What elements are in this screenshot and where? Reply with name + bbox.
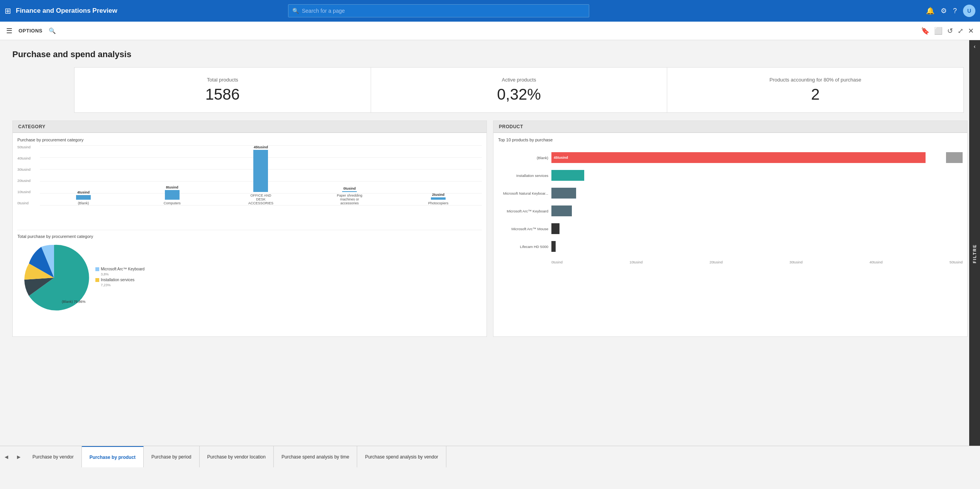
tab-purchase-by-vendor-location[interactable]: Purchase by vendor location <box>200 446 274 467</box>
avatar[interactable]: U <box>963 5 975 17</box>
kpi-active-products-value: 0,32% <box>383 86 655 103</box>
bar-photocopiers-fill <box>431 197 446 200</box>
kpi-80pct-label: Products accounting for 80% of purchase <box>680 77 951 83</box>
bar-paper-label-top: 0tusind <box>343 187 356 190</box>
bar-computers-fill <box>165 190 180 200</box>
search-input[interactable] <box>302 8 585 14</box>
hbar-natural-keyboard-track <box>551 188 963 199</box>
bar-photocopiers-label-top: 2tusind <box>432 193 444 197</box>
bar-paper[interactable]: 0tusind Paper shredding machines or acce… <box>306 145 393 205</box>
layout-icon[interactable]: ⬜ <box>934 27 943 35</box>
bar-office[interactable]: 45tusind OFFICE AND DESK ACCESSORIES <box>217 145 305 205</box>
category-panel-header: CATEGORY <box>13 121 487 133</box>
close-icon[interactable]: ✕ <box>968 27 974 35</box>
legend-label-arc: Microsoft Arc™ Keyboard <box>101 267 144 271</box>
tab-purchase-by-period-label: Purchase by period <box>151 454 191 460</box>
tab-purchase-by-vendor[interactable]: Purchase by vendor <box>25 446 82 467</box>
y-label-2: 20tusind <box>17 179 31 183</box>
legend-color-installation <box>95 278 99 282</box>
hbar-x-axis: 0tusind 10tusind 20tusind 30tusind 40tus… <box>551 260 963 264</box>
legend-color-arc <box>95 267 99 271</box>
x-label-50: 50tusind <box>949 260 963 264</box>
bar-office-bottom: OFFICE AND DESK ACCESSORIES <box>245 194 276 205</box>
hbar-blank-value: 45tusind <box>554 156 568 160</box>
bar-photocopiers-bottom: Photocopiers <box>427 201 450 205</box>
bar-blank-fill <box>76 195 91 200</box>
charts-row: CATEGORY Purchase by procurement categor… <box>12 121 968 337</box>
bar-chart-section: Purchase by procurement category 50tusin… <box>17 138 482 230</box>
legend-item-arc: Microsoft Arc™ Keyboard <box>95 267 144 271</box>
y-label-4: 40tusind <box>17 156 31 160</box>
bar-blank-label-top: 4tusind <box>77 190 90 194</box>
hbar-blank-label: (Blank) <box>498 156 548 160</box>
bar-blank-bottom: (Blank) <box>72 201 95 205</box>
tab-prev-button[interactable]: ◀ <box>0 446 12 467</box>
hbar-installation[interactable]: Installation services <box>498 170 963 181</box>
tab-next-button[interactable]: ▶ <box>12 446 25 467</box>
category-panel: CATEGORY Purchase by procurement categor… <box>12 121 487 337</box>
hamburger-button[interactable]: ☰ <box>6 27 12 35</box>
hbar-lifecam-fill <box>551 241 556 252</box>
kpi-row: Total products 1586 Active products 0,32… <box>74 67 964 113</box>
app-title: Finance and Operations Preview <box>16 7 117 15</box>
legend-item-installation: Installation services <box>95 278 144 282</box>
search-icon: 🔍 <box>292 8 299 14</box>
pie-label-blank: (Blank) 79,86% <box>62 300 86 304</box>
hbar-natural-keyboard-fill <box>551 188 576 199</box>
hbar-arc-keyboard-fill <box>551 205 572 216</box>
settings-icon[interactable]: ⚙ <box>941 7 947 15</box>
hbar-arc-mouse[interactable]: Microsoft Arc™ Mouse <box>498 223 963 234</box>
kpi-active-products: Active products 0,32% <box>371 68 668 112</box>
kpi-80pct-products: Products accounting for 80% of purchase … <box>667 68 963 112</box>
expand-icon[interactable]: ⤢ <box>958 27 963 35</box>
bar-computers-label-top: 8tusind <box>166 185 178 189</box>
pie-chart-title: Total purchase by procurement category <box>17 234 482 239</box>
bar-office-label-top: 45tusind <box>254 145 268 149</box>
hbar-natural-keyboard-label: Microsoft Natural Keyboar... <box>498 191 548 195</box>
bar-chart-area: 50tusind 40tusind 30tusind 20tusind 10tu… <box>17 145 482 217</box>
filter-chevron-icon: ‹ <box>974 43 976 49</box>
pie-svg: (Blank) 79,86% <box>17 241 91 314</box>
side-filter-label: FILTRE <box>972 244 977 263</box>
hbar-arc-keyboard[interactable]: Microsoft Arc™ Keyboard <box>498 205 963 216</box>
bar-blank[interactable]: 4tusind (Blank) <box>40 145 127 205</box>
hbar-natural-keyboard[interactable]: Microsoft Natural Keyboar... <box>498 188 963 199</box>
hbar-arc-mouse-track <box>551 223 963 234</box>
bar-photocopiers[interactable]: 2tusind Photocopiers <box>395 145 482 205</box>
toolbar-search-icon[interactable]: 🔍 <box>49 27 56 34</box>
side-filter-panel[interactable]: ‹ FILTRE <box>969 40 980 467</box>
bar-paper-fill <box>342 191 357 192</box>
bar-computers[interactable]: 8tusind Computers <box>129 145 216 205</box>
toolbar-right: 🔖 ⬜ ↺ ⤢ ✕ <box>921 27 974 35</box>
tab-purchase-by-period[interactable]: Purchase by period <box>144 446 199 467</box>
refresh-icon[interactable]: ↺ <box>947 27 953 35</box>
page-title: Purchase and spend analysis <box>12 49 968 59</box>
x-label-30: 30tusind <box>790 260 803 264</box>
tab-purchase-by-vendor-location-label: Purchase by vendor location <box>207 454 266 460</box>
grid-icon[interactable]: ⊞ <box>5 6 11 15</box>
category-panel-content: Purchase by procurement category 50tusin… <box>13 133 487 336</box>
tab-purchase-spend-analysis-by-time[interactable]: Purchase spend analysis by time <box>274 446 357 467</box>
tab-purchase-by-vendor-label: Purchase by vendor <box>32 454 74 460</box>
kpi-active-products-label: Active products <box>383 77 655 83</box>
bookmark-icon[interactable]: 🔖 <box>921 27 929 35</box>
legend-pct-arc: 3,8% <box>101 272 144 276</box>
hbar-title: Top 10 products by purchase <box>498 138 963 142</box>
search-bar[interactable]: 🔍 <box>288 4 589 17</box>
kpi-total-products: Total products 1586 <box>75 68 371 112</box>
product-panel-header: PRODUCT <box>493 121 967 133</box>
hbar-blank[interactable]: (Blank) 45tusind <box>498 152 963 163</box>
bottom-tabs: ◀ ▶ Purchase by vendor Purchase by produ… <box>0 446 980 467</box>
bar-computers-bottom: Computers <box>161 201 184 205</box>
hbar-arc-keyboard-label: Microsoft Arc™ Keyboard <box>498 209 548 213</box>
hbar-blank-extra <box>946 152 963 163</box>
help-icon[interactable]: ? <box>953 7 957 15</box>
x-label-20: 20tusind <box>709 260 722 264</box>
notification-icon[interactable]: 🔔 <box>926 7 934 15</box>
x-label-0: 0tusind <box>551 260 563 264</box>
hbar-lifecam[interactable]: Lifecam HD 5000 <box>498 241 963 252</box>
options-label: OPTIONS <box>19 28 42 34</box>
tab-purchase-spend-analysis-by-vendor[interactable]: Purchase spend analysis by vendor <box>357 446 446 467</box>
hbar-arc-keyboard-track <box>551 205 963 216</box>
tab-purchase-by-product[interactable]: Purchase by product <box>82 446 144 467</box>
